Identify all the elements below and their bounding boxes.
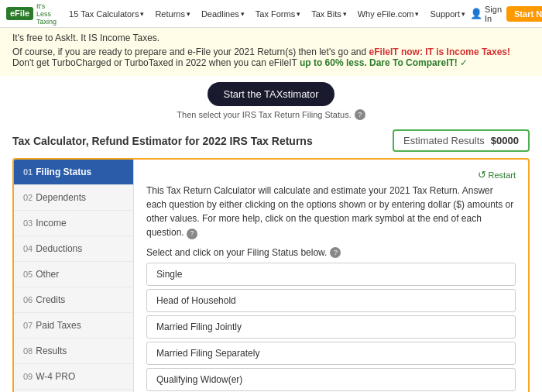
estimated-value: $0000 [491, 135, 519, 146]
promo-link2[interactable]: up to 60% less. Dare To CompareIT! [300, 57, 458, 68]
promo-link1[interactable]: eFileIT now: IT is Income Taxes! [369, 46, 510, 57]
estimated-label: Estimated Results [403, 135, 485, 146]
navbar: eFile It's Less Taxing 15 Tax Calculator… [0, 0, 542, 28]
signin-button[interactable]: 👤 Sign In [470, 5, 502, 23]
restart-row: ↺ Restart [146, 169, 516, 181]
nav-item-support[interactable]: Support ▾ [425, 9, 470, 19]
logo: eFile It's Less Taxing [6, 2, 57, 26]
promo-banner: It's free to Ask!t. It IS Income Taxes. … [0, 28, 542, 76]
nav-items: 15 Tax Calculators ▾ Returns ▾ Deadlines… [64, 9, 470, 19]
sidebar-item-paid-taxes[interactable]: 07 Paid Taxes [14, 313, 133, 339]
option-single[interactable]: Single [146, 263, 516, 286]
nav-item-returns[interactable]: Returns ▾ [150, 9, 195, 19]
calculator-section: Tax Calculator, Refund Estimator for 202… [0, 123, 542, 392]
sidebar-item-results[interactable]: 08 Results [14, 339, 133, 364]
filing-status-label: Select and click on your Filing Status b… [146, 247, 516, 258]
chevron-down-icon: ▾ [140, 10, 144, 18]
nav-item-taxbits[interactable]: Tax Bits ▾ [307, 9, 352, 19]
sidebar-item-income[interactable]: 03 Income [14, 211, 133, 236]
sidebar-item-credits[interactable]: 06 Credits [14, 287, 133, 313]
promo-line2: Of course, if you are ready to prepare a… [12, 46, 530, 68]
restart-icon: ↺ [478, 169, 486, 181]
calc-header: Tax Calculator, Refund Estimator for 202… [12, 129, 530, 152]
calc-sidebar: 01 Filing Status 02 Dependents 03 Income… [14, 160, 134, 392]
calculator-body: 01 Filing Status 02 Dependents 03 Income… [12, 158, 530, 392]
start-now-button[interactable]: Start Now [506, 6, 542, 22]
cta-subtitle: Then select your IRS Tax Return Filing S… [0, 109, 542, 120]
calc-main-content: ↺ Restart This Tax Return Calculator wil… [134, 160, 528, 392]
taxstimator-button[interactable]: Start the TAXstimator [208, 82, 334, 106]
chevron-down-icon: ▾ [187, 10, 190, 18]
chevron-down-icon: ▾ [343, 10, 347, 18]
option-qualifying-widow[interactable]: Qualifying Widow(er) [146, 368, 516, 391]
option-married-jointly[interactable]: Married Filing Jointly [146, 315, 516, 339]
sidebar-item-deductions[interactable]: 04 Deductions [14, 236, 133, 262]
sidebar-item-dependents[interactable]: 02 Dependents [14, 185, 133, 211]
user-icon: 👤 [470, 8, 482, 19]
check-icon: ✓ [460, 57, 468, 68]
estimated-results-badge: Estimated Results $0000 [393, 129, 530, 152]
nav-right: 👤 Sign In Start Now [470, 5, 542, 23]
chevron-down-icon: ▾ [461, 10, 465, 18]
nav-item-deadlines[interactable]: Deadlines ▾ [197, 9, 249, 19]
cta-section: Start the TAXstimator Then select your I… [0, 76, 542, 123]
intro-text: This Tax Return Calculator will calculat… [146, 184, 516, 239]
chevron-down-icon: ▾ [297, 10, 300, 18]
logo-tagline: It's Less Taxing [36, 2, 57, 26]
calc-title: Tax Calculator, Refund Estimator for 202… [12, 135, 313, 147]
filing-help-icon[interactable]: ? [330, 247, 341, 258]
option-head-of-household[interactable]: Head of Household [146, 289, 516, 312]
sidebar-item-w4pro[interactable]: 09 W-4 PRO [14, 364, 133, 390]
intro-help-icon[interactable]: ? [187, 229, 197, 239]
option-married-separately[interactable]: Married Filing Separately [146, 342, 516, 365]
nav-item-whyefile[interactable]: Why eFile.com ▾ [353, 9, 424, 19]
nav-item-taxforms[interactable]: Tax Forms ▾ [251, 9, 305, 19]
chevron-down-icon: ▾ [241, 10, 245, 18]
logo-icon: eFile [6, 7, 33, 20]
sidebar-item-filing-status[interactable]: 01 Filing Status [14, 160, 133, 185]
filing-options-list: Single Head of Household Married Filing … [146, 263, 516, 391]
help-icon[interactable]: ? [355, 109, 365, 120]
promo-line1: It's free to Ask!t. It IS Income Taxes. [12, 33, 530, 43]
sidebar-item-other[interactable]: 05 Other [14, 262, 133, 287]
nav-item-calculators[interactable]: 15 Tax Calculators ▾ [64, 9, 149, 19]
restart-button[interactable]: ↺ Restart [478, 169, 516, 181]
chevron-down-icon: ▾ [415, 10, 419, 18]
